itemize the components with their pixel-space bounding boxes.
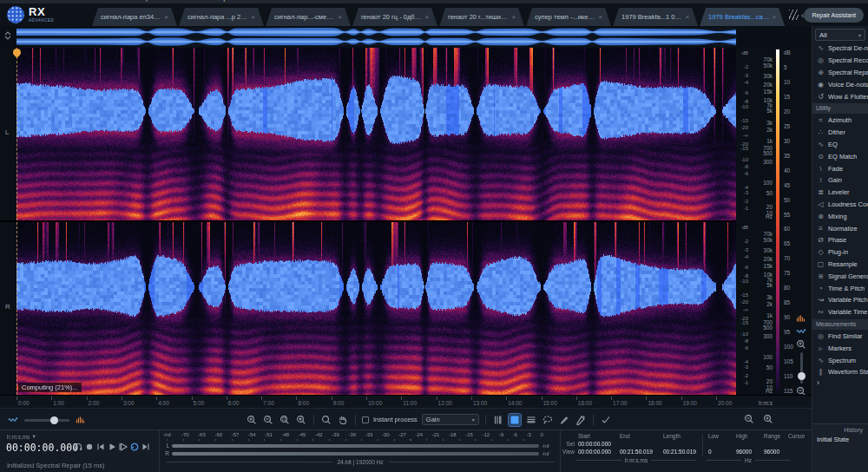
module-item-leveler[interactable]: ≣Leveler	[812, 187, 868, 199]
blend-slider[interactable]	[24, 419, 69, 422]
spectrogram-canvas-left-channel[interactable]	[16, 48, 736, 220]
process-select-dropdown[interactable]: Gain▾	[422, 414, 479, 425]
go-to-start-button[interactable]	[95, 442, 106, 452]
tab-close-icon[interactable]: ×	[251, 13, 255, 21]
tab-close-icon[interactable]: ×	[511, 13, 516, 21]
tab[interactable]: 1979 Breakfas...ca- st1 .wav×	[700, 8, 785, 26]
magnify-tool-button[interactable]	[320, 414, 332, 426]
module-item-spectral-repair[interactable]: ⊕Spectral Repair	[812, 67, 868, 79]
zoom-out-button[interactable]	[262, 414, 274, 426]
vertical-zoom-in-button[interactable]	[796, 339, 806, 350]
repair-assistant-button[interactable]: Repair Assistant	[804, 8, 864, 23]
play-selection-button[interactable]	[118, 442, 128, 452]
menu-item[interactable]: Transport	[126, 0, 159, 2]
tab-close-icon[interactable]: ×	[424, 13, 429, 21]
tab[interactable]: сигнал-пара еп34.wav×	[92, 8, 177, 26]
overview-collapse-icon[interactable]	[3, 30, 13, 41]
module-item-normalize[interactable]: ≡Normalize	[812, 222, 868, 234]
play-button[interactable]	[107, 442, 117, 452]
record-button[interactable]	[84, 442, 95, 452]
zoom-fit-button[interactable]	[295, 414, 307, 426]
menu-item[interactable]: Help	[212, 0, 228, 2]
adaptive-mode-icon[interactable]	[600, 414, 612, 426]
module-item-resample[interactable]: ▢Resample	[812, 259, 868, 271]
tab-close-icon[interactable]: ×	[338, 13, 342, 21]
module-item-time-pitch[interactable]: ◔Time & Pitch	[812, 282, 868, 294]
tab-close-icon[interactable]: ×	[685, 13, 689, 21]
module-item-find-similar[interactable]: ◎Find Similar	[812, 331, 868, 343]
module-item-signal-generator[interactable]: ≋Signal Generator	[812, 270, 868, 282]
module-item-voice-de-noise[interactable]: ◉Voice De-noise	[812, 78, 868, 90]
blend-slider-knob[interactable]	[50, 416, 58, 424]
time-frequency-selection-tool[interactable]	[509, 414, 521, 426]
module-label: Resample	[828, 260, 858, 268]
menu-item[interactable]: Window	[172, 0, 200, 2]
module-list-expander[interactable]: ›	[812, 378, 868, 390]
tab[interactable]: сигнал-пара ...р 2 и 3 .wav×	[179, 8, 264, 26]
module-item-gain[interactable]: ↕Gain	[812, 174, 868, 187]
toolbar-separator	[593, 415, 594, 425]
menu-item[interactable]: View	[56, 0, 72, 2]
menu-item[interactable]: Edit	[30, 0, 44, 2]
monitor-button[interactable]	[73, 442, 83, 452]
module-item-plug-in[interactable]: ◇Plug-in	[812, 246, 868, 259]
module-item-mixing[interactable]: ⊗Mixing	[812, 210, 868, 222]
time-format-selector[interactable]: h:m:s.ms ▾	[7, 433, 36, 440]
tab[interactable]: сигнал-пар...-смеш9.wav×	[266, 8, 351, 26]
module-item-dither[interactable]: ∴Dither	[812, 127, 868, 139]
h-zoom-in-button[interactable]	[762, 413, 774, 425]
tab-close-icon[interactable]: ×	[598, 13, 602, 21]
waveform-vertical-icon[interactable]	[796, 326, 806, 337]
module-item-markers[interactable]: ▹Markers	[812, 342, 868, 354]
menu-item[interactable]: Modules	[84, 0, 114, 2]
zoom-selection-button[interactable]	[279, 414, 291, 426]
module-item-spectral-recovery[interactable]: ◎Spectral Recovery	[812, 55, 868, 67]
time-selection-tool[interactable]	[492, 414, 504, 426]
brush-selection-tool[interactable]	[558, 414, 570, 426]
h-zoom-out-button[interactable]	[743, 413, 755, 425]
spectrogram-color-legend	[776, 49, 779, 391]
playhead-line[interactable]	[16, 48, 17, 395]
instant-process-checkbox[interactable]	[362, 416, 369, 423]
menu-item[interactable]: File	[5, 0, 18, 2]
spectrogram-vertical-icon[interactable]	[796, 313, 806, 324]
history-item[interactable]: Initial State	[812, 435, 868, 444]
bottom-panel: h:m:s.ms ▾ 00:00:00.000 Initialized Spec…	[0, 429, 812, 472]
spectrogram-view-icon[interactable]	[75, 414, 87, 426]
module-item-waveform-statistics[interactable]: ∥Waveform Statistics	[812, 366, 868, 378]
module-item-phase[interactable]: ØPhase	[812, 234, 868, 246]
lasso-selection-tool[interactable]	[542, 414, 554, 426]
tab-overflow-icon[interactable]	[789, 10, 799, 20]
vertical-zoom-slider[interactable]	[800, 352, 803, 384]
tab[interactable]: генаот 20 гц - 0дб.wav×	[352, 8, 437, 26]
overview-waveform-canvas[interactable]	[16, 27, 736, 47]
module-item-spectral-de-noise[interactable]: ∿Spectral De-noise	[812, 43, 868, 55]
go-to-end-button[interactable]	[141, 442, 151, 452]
module-item-eq-match[interactable]: ⊙EQ Match	[812, 150, 868, 162]
module-item-spectrum[interactable]: ∿Spectrum	[812, 354, 868, 366]
hand-tool-button[interactable]	[337, 414, 349, 426]
tab-close-icon[interactable]: ×	[772, 13, 776, 21]
module-item-variable-time[interactable]: ∾Variable Time	[812, 306, 868, 318]
module-item-wow-flutter[interactable]: ↺Wow & Flutter	[812, 90, 868, 102]
frequency-selection-tool[interactable]	[525, 414, 537, 426]
module-item-fade[interactable]: \Fade	[812, 162, 868, 174]
waveform-view-icon[interactable]	[7, 414, 19, 426]
timeline-ruler[interactable]: 0:001:002:003:004:005:006:007:008:009:00…	[0, 395, 812, 408]
tab-close-icon[interactable]: ×	[164, 13, 168, 21]
tab[interactable]: генаот 20 г...тишина.wav×	[439, 8, 524, 26]
module-filter-dropdown[interactable]: All ▾	[815, 29, 865, 41]
tab[interactable]: 1979 Breakfa...1 0lleg.wav×	[613, 8, 698, 26]
magic-wand-selection-tool[interactable]	[575, 414, 587, 426]
zoom-in-button[interactable]	[246, 414, 258, 426]
module-item-azimuth[interactable]: ≈Azimuth	[812, 115, 868, 127]
spectrogram-canvas-right-channel[interactable]	[16, 222, 736, 395]
vertical-zoom-knob[interactable]	[798, 372, 806, 380]
tab[interactable]: супер темп -...ике ст1.wav×	[526, 8, 611, 26]
module-item-variable-pitch[interactable]: ↝Variable Pitch	[812, 294, 868, 306]
module-item-eq[interactable]: ∿EQ	[812, 139, 868, 151]
meter-scale-label: -42	[315, 432, 323, 437]
col-header-cursor: Cursor	[788, 433, 806, 439]
module-item-loudness-control[interactable]: ◁Loudness Control	[812, 199, 868, 211]
loop-button[interactable]	[129, 442, 140, 452]
